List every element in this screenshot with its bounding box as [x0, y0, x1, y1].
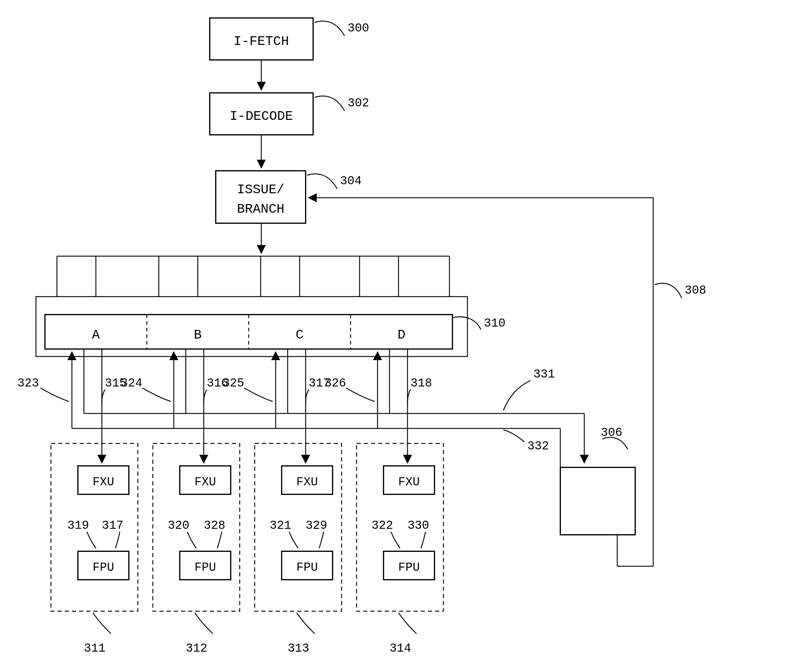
lane1-fpu-ref: 317: [102, 519, 123, 532]
lane2-fpu: FPU: [194, 561, 216, 574]
lane3-fxu-ref: 321: [270, 519, 291, 532]
feedback-ref: 308: [685, 284, 706, 297]
lane1-up-ref: 323: [17, 377, 39, 390]
slot-d: D: [397, 327, 405, 343]
lane-1: 323 315 FXU 319 317 FPU 311: [17, 349, 138, 655]
lane2-up-ref: 324: [121, 377, 142, 390]
lane2-fxu: FXU: [194, 476, 216, 489]
slot-c: C: [296, 327, 304, 343]
ifetch-block: I-FETCH 300: [210, 18, 369, 60]
lane2-group-ref: 312: [186, 642, 207, 655]
lane-2: 324 316 FXU 320 328 FPU 312: [121, 349, 240, 655]
lane3-fxu: FXU: [296, 476, 318, 489]
issue-line1: ISSUE/: [237, 182, 284, 197]
lane2-fpu-ref: 328: [204, 519, 225, 532]
loadstore-block: 306: [560, 426, 635, 535]
lane-4: 326 318 FXU 322 330 FPU 314: [324, 349, 444, 655]
ifetch-ref: 300: [348, 22, 369, 35]
lane1-fxu-ref: 319: [67, 519, 89, 532]
lane3-fpu-ref: 329: [305, 519, 327, 532]
lane4-fxu: FXU: [398, 476, 420, 489]
slot-a: A: [92, 327, 100, 343]
lane-3: 325 317 FXU 321 329 FPU 313: [223, 349, 341, 655]
lane1-fxu: FXU: [92, 476, 114, 489]
svg-rect-42: [560, 467, 635, 535]
ifetch-label: I-FETCH: [234, 34, 289, 49]
issue-line2: BRANCH: [237, 201, 284, 217]
idecode-ref: 302: [348, 97, 369, 110]
bus-331-ref: 331: [533, 368, 555, 381]
loadstore-ref: 306: [601, 426, 622, 440]
slot-b: B: [194, 327, 202, 343]
register-file: A B C D 310: [45, 315, 505, 349]
issue-ref: 304: [340, 174, 362, 188]
lane4-fpu: FPU: [398, 561, 420, 574]
diagram-canvas: I-FETCH 300 I-DECODE 302 ISSUE/ BRANCH 3…: [0, 0, 812, 672]
lane4-up-ref: 326: [324, 377, 346, 390]
lane1-group-ref: 311: [84, 642, 106, 655]
lane4-fxu-ref: 322: [372, 519, 393, 532]
lane4-group-ref: 314: [389, 642, 411, 655]
lane4-fpu-ref: 330: [408, 519, 429, 532]
issue-branch-block: ISSUE/ BRANCH 304: [216, 171, 362, 223]
lane4-down-ref: 318: [411, 377, 432, 390]
lane3-group-ref: 313: [288, 642, 309, 655]
bus-332-ref: 332: [527, 440, 549, 453]
idecode-label: I-DECODE: [230, 109, 293, 124]
lane3-fpu: FPU: [296, 561, 318, 574]
regfile-ref: 310: [484, 317, 505, 330]
lane3-up-ref: 325: [223, 377, 244, 390]
lane1-fpu: FPU: [92, 561, 114, 574]
idecode-block: I-DECODE 302: [210, 93, 369, 135]
lane2-fxu-ref: 320: [168, 519, 189, 532]
